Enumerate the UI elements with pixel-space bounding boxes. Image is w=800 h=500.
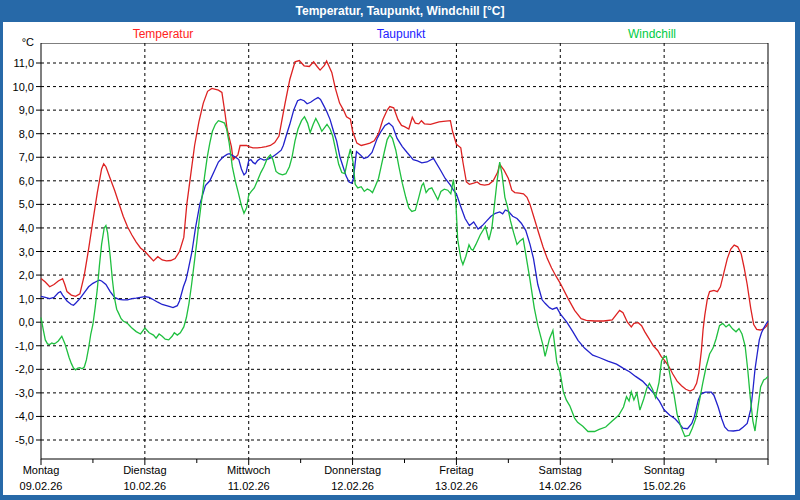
legend-label-temperatur: Temperatur xyxy=(133,27,194,41)
legend-label-windchill: Windchill xyxy=(628,27,676,41)
plot-area xyxy=(28,43,773,471)
x-day-name-label: Dienstag xyxy=(100,464,190,476)
y-tick-label: -1,0 xyxy=(4,340,34,352)
chart-window: Temperatur, Taupunkt, Windchill [°C] Tem… xyxy=(0,0,800,500)
y-tick-label: 10,0 xyxy=(4,81,34,93)
x-day-name-label: Samstag xyxy=(515,464,605,476)
x-day-date-label: 10.02.26 xyxy=(100,480,190,492)
y-tick-label: 0,0 xyxy=(4,316,34,328)
y-tick-label: 3,0 xyxy=(4,246,34,258)
legend-item-temperatur: Temperatur xyxy=(133,27,194,41)
legend-item-windchill: Windchill xyxy=(628,27,676,41)
x-day-date-label: 09.02.26 xyxy=(0,480,86,492)
x-day-date-label: 11.02.26 xyxy=(204,480,294,492)
x-day-name-label: Sonntag xyxy=(619,464,709,476)
y-tick-label: 7,0 xyxy=(4,151,34,163)
legend-item-taupunkt: Taupunkt xyxy=(377,27,426,41)
x-day-name-label: Mittwoch xyxy=(204,464,294,476)
y-tick-label: 9,0 xyxy=(4,104,34,116)
y-tick-label: -4,0 xyxy=(4,410,34,422)
x-day-date-label: 13.02.26 xyxy=(411,480,501,492)
legend-label-taupunkt: Taupunkt xyxy=(377,27,426,41)
x-day-name-label: Donnerstag xyxy=(308,464,398,476)
y-tick-label: 4,0 xyxy=(4,222,34,234)
page-title: Temperatur, Taupunkt, Windchill [°C] xyxy=(296,4,505,18)
x-day-name-label: Freitag xyxy=(411,464,501,476)
x-day-date-label: 15.02.26 xyxy=(619,480,709,492)
y-tick-label: -3,0 xyxy=(4,387,34,399)
x-day-date-label: 12.02.26 xyxy=(308,480,398,492)
y-tick-label: -2,0 xyxy=(4,363,34,375)
y-tick-label: -5,0 xyxy=(4,434,34,446)
y-tick-label: 6,0 xyxy=(4,175,34,187)
y-tick-label: 1,0 xyxy=(4,293,34,305)
y-tick-label: 2,0 xyxy=(4,269,34,281)
title-bar: Temperatur, Taupunkt, Windchill [°C] xyxy=(0,0,800,22)
y-tick-label: 5,0 xyxy=(4,198,34,210)
y-tick-label: 11,0 xyxy=(4,57,34,69)
y-tick-label: 8,0 xyxy=(4,128,34,140)
x-day-date-label: 14.02.26 xyxy=(515,480,605,492)
x-day-name-label: Montag xyxy=(0,464,86,476)
